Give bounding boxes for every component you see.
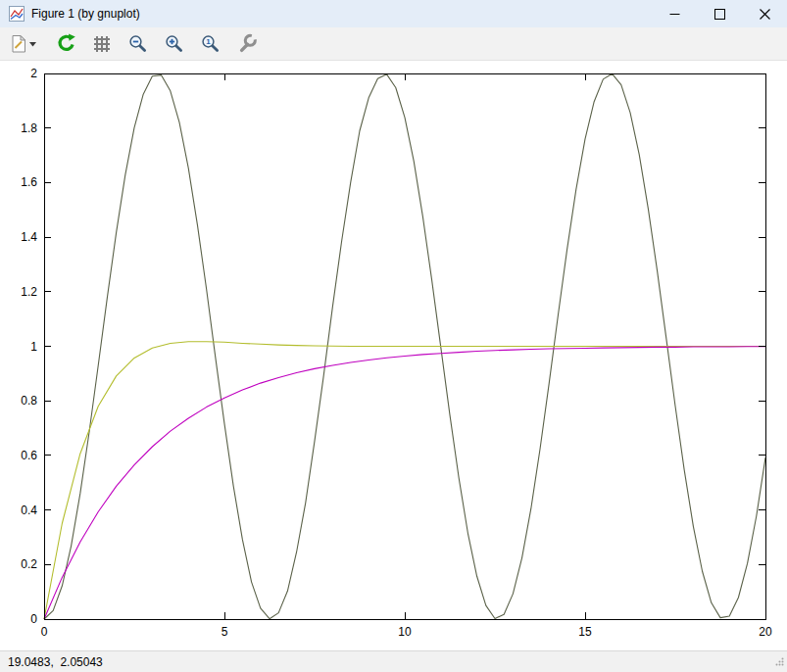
monotonic-series xyxy=(44,347,765,619)
settings-button[interactable] xyxy=(233,30,261,58)
x-tick-label: 15 xyxy=(578,625,592,639)
grid-button[interactable] xyxy=(88,30,116,58)
y-tick-label: 1.6 xyxy=(21,175,37,189)
statusbar: 19.0483, 2.05043 xyxy=(0,650,787,672)
gnuplot-figure-window: Figure 1 (by gnuplot) xyxy=(0,0,787,672)
y-tick-label: 0.8 xyxy=(21,394,37,408)
x-tick-label: 10 xyxy=(398,625,412,639)
plot-svg[interactable]: 0510152000.20.40.60.811.21.41.61.82 xyxy=(0,61,787,650)
minimize-icon xyxy=(669,9,680,20)
export-menu-button[interactable] xyxy=(6,30,43,58)
dropdown-arrow-icon xyxy=(29,42,36,47)
x-tick-label: 5 xyxy=(221,625,228,639)
close-icon xyxy=(760,9,770,20)
y-tick-label: 1.8 xyxy=(21,121,37,135)
zoom-out-button[interactable] xyxy=(124,30,152,58)
document-icon xyxy=(10,34,39,54)
cursor-coordinates: 19.0483, 2.05043 xyxy=(8,655,103,669)
plot-area[interactable]: 0510152000.20.40.60.811.21.41.61.82 xyxy=(0,61,787,650)
replot-button[interactable] xyxy=(52,30,79,58)
window-controls xyxy=(652,0,787,27)
close-button[interactable] xyxy=(742,0,787,27)
grid-icon xyxy=(93,35,111,53)
titlebar[interactable]: Figure 1 (by gnuplot) xyxy=(0,0,787,27)
x-tick-label: 20 xyxy=(759,625,772,639)
x-tick-label: 0 xyxy=(41,625,48,639)
window-title: Figure 1 (by gnuplot) xyxy=(31,7,140,21)
y-tick-label: 0.4 xyxy=(21,504,37,517)
zoom-out-icon xyxy=(128,34,148,54)
zoom-in-button[interactable] xyxy=(161,30,188,58)
refresh-icon xyxy=(56,33,76,54)
wrench-icon xyxy=(237,33,258,54)
zoom-in-icon xyxy=(165,34,184,54)
overshoot-series xyxy=(44,342,765,619)
app-icon xyxy=(9,6,25,22)
y-tick-label: 1 xyxy=(30,340,37,354)
y-tick-label: 2 xyxy=(30,67,37,80)
y-tick-label: 1.2 xyxy=(21,285,37,299)
maximize-icon xyxy=(714,9,725,20)
svg-text:1: 1 xyxy=(206,37,211,46)
zoom-reset-icon: 1 xyxy=(201,34,221,54)
zoom-reset-button[interactable]: 1 xyxy=(197,30,224,58)
y-tick-label: 0.6 xyxy=(21,449,37,462)
y-tick-label: 0 xyxy=(30,612,37,626)
y-tick-label: 0.2 xyxy=(21,557,37,571)
y-tick-label: 1.4 xyxy=(21,230,37,244)
maximize-button[interactable] xyxy=(697,0,742,27)
resize-grip-icon[interactable] xyxy=(772,654,785,670)
minimize-button[interactable] xyxy=(652,0,697,27)
toolbar: 1 xyxy=(0,27,787,61)
